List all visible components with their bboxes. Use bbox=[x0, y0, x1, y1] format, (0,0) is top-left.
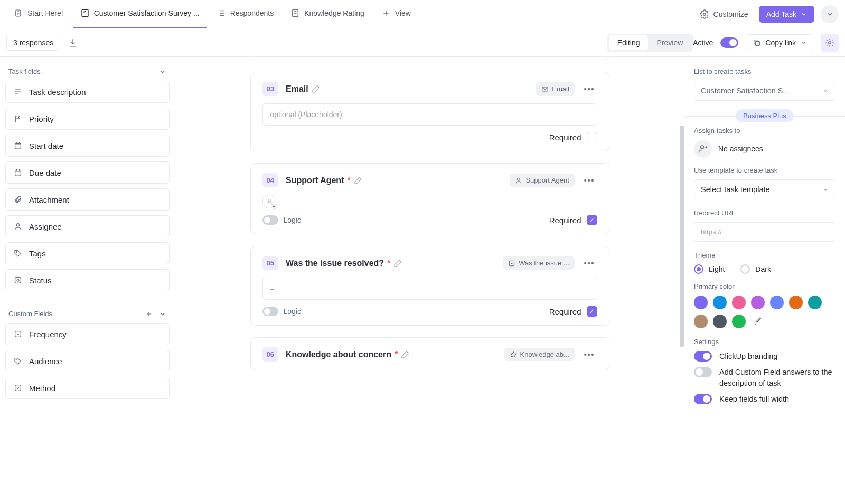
view-tabs: Start Here! Customer Satisfaction Survey… bbox=[6, 0, 682, 28]
color-swatch[interactable] bbox=[789, 296, 803, 309]
chip-label: Priority bbox=[29, 115, 54, 123]
template-select[interactable]: Select task template bbox=[694, 179, 835, 199]
question-number: 06 bbox=[262, 347, 278, 362]
required-checkbox[interactable]: ✓ bbox=[587, 215, 597, 225]
required-label: Required bbox=[549, 307, 581, 316]
logic-toggle[interactable] bbox=[262, 215, 278, 225]
placeholder-input[interactable]: optional (Placeholder) bbox=[262, 103, 597, 126]
left-panel: Task fields Task description Priority St… bbox=[0, 57, 175, 504]
tab-knowledge-rating[interactable]: Knowledge Rating bbox=[283, 0, 372, 28]
form-icon bbox=[80, 8, 90, 18]
field-attachment[interactable]: Attachment bbox=[5, 188, 170, 211]
color-swatch[interactable] bbox=[751, 296, 765, 309]
svg-point-12 bbox=[17, 279, 19, 281]
field-status[interactable]: Status bbox=[5, 269, 170, 291]
svg-rect-7 bbox=[15, 143, 21, 149]
color-picker-icon[interactable] bbox=[751, 315, 765, 328]
tab-customer-survey[interactable]: Customer Satisfaction Survey ... bbox=[73, 0, 207, 28]
branding-toggle[interactable] bbox=[694, 351, 712, 362]
theme-dark[interactable]: Dark bbox=[740, 264, 771, 274]
custom-audience[interactable]: Audience bbox=[5, 350, 170, 372]
question-card-issue-resolved[interactable]: 05 Was the issue resolved? * Was the iss… bbox=[250, 246, 609, 326]
add-cf-desc-label: Add Custom Field answers to the descript… bbox=[719, 367, 835, 388]
custom-fields-header[interactable]: Custom Fields bbox=[5, 307, 170, 323]
redirect-url-input[interactable] bbox=[694, 222, 835, 242]
chevron-down-icon[interactable] bbox=[159, 310, 166, 318]
mode-editing[interactable]: Editing bbox=[609, 35, 649, 50]
more-icon[interactable]: ••• bbox=[582, 174, 597, 187]
svg-rect-13 bbox=[15, 331, 21, 337]
customize-button[interactable]: Customize bbox=[696, 6, 753, 22]
field-assignee[interactable]: Assignee bbox=[5, 215, 170, 237]
field-due-date[interactable]: Due date bbox=[5, 161, 170, 184]
tab-label: Respondents bbox=[230, 9, 274, 17]
download-button[interactable] bbox=[64, 34, 81, 51]
custom-method[interactable]: Method bbox=[5, 377, 170, 399]
edit-icon[interactable] bbox=[312, 85, 320, 93]
scrollbar[interactable] bbox=[680, 126, 684, 347]
template-label: Use template to create task bbox=[694, 166, 835, 174]
question-card-knowledge[interactable]: 06 Knowledge about concern * Knowledge a… bbox=[250, 337, 609, 370]
tag-icon bbox=[13, 249, 23, 258]
color-swatch[interactable] bbox=[713, 296, 727, 309]
custom-fields-label: Custom Fields bbox=[8, 310, 52, 318]
edit-icon[interactable] bbox=[354, 176, 362, 185]
more-icon[interactable]: ••• bbox=[582, 83, 597, 96]
mode-preview[interactable]: Preview bbox=[648, 35, 691, 50]
field-tags[interactable]: Tags bbox=[5, 242, 170, 264]
more-icon[interactable]: ••• bbox=[582, 348, 597, 361]
required-checkbox[interactable]: ✓ bbox=[587, 306, 597, 317]
color-swatch[interactable] bbox=[732, 315, 746, 328]
option-placeholder[interactable]: – bbox=[262, 278, 597, 300]
top-right: Customize Add Task bbox=[696, 5, 839, 23]
color-swatch[interactable] bbox=[808, 296, 822, 309]
chip-label: Tags bbox=[29, 249, 46, 258]
color-swatch[interactable] bbox=[770, 296, 784, 309]
color-swatch[interactable] bbox=[713, 315, 727, 328]
logic-label: Logic bbox=[284, 216, 301, 224]
tab-respondents[interactable]: Respondents bbox=[209, 0, 281, 28]
logic-toggle[interactable] bbox=[262, 307, 278, 316]
color-swatch[interactable] bbox=[732, 296, 746, 309]
question-card-support-agent[interactable]: 04 Support Agent * Support Agent ••• + bbox=[250, 163, 609, 234]
plus-icon[interactable] bbox=[145, 310, 153, 318]
more-icon[interactable]: ••• bbox=[582, 257, 597, 270]
edit-icon[interactable] bbox=[393, 259, 402, 268]
add-view-button[interactable]: View bbox=[374, 0, 418, 28]
field-type-pill[interactable]: Support Agent bbox=[510, 174, 574, 187]
color-swatch[interactable] bbox=[694, 315, 708, 328]
color-swatch[interactable] bbox=[694, 296, 708, 309]
custom-frequency[interactable]: Frequency bbox=[5, 323, 170, 345]
task-fields-header[interactable]: Task fields bbox=[5, 64, 170, 81]
field-type-pill[interactable]: Was the issue ... bbox=[503, 256, 575, 270]
pill-label: Support Agent bbox=[525, 176, 569, 184]
add-assignee-icon[interactable] bbox=[694, 140, 712, 158]
form-settings-button[interactable] bbox=[821, 34, 839, 52]
add-cf-desc-toggle[interactable] bbox=[694, 367, 712, 377]
chevron-down-icon bbox=[159, 68, 166, 75]
field-type-pill[interactable]: Knowledge ab... bbox=[504, 348, 575, 361]
question-card-email[interactable]: 03 Email Email ••• optional (Placeholder… bbox=[250, 72, 609, 151]
edit-icon[interactable] bbox=[401, 350, 409, 359]
list-select[interactable]: Customer Satisfaction S... bbox=[694, 81, 835, 101]
field-task-description[interactable]: Task description bbox=[5, 81, 170, 103]
assignee-picker[interactable]: + bbox=[262, 195, 276, 208]
copy-link-button[interactable]: Copy link bbox=[746, 34, 813, 51]
theme-label: Theme bbox=[694, 251, 835, 259]
full-width-toggle[interactable] bbox=[694, 394, 712, 404]
assignees-row[interactable]: No assignees bbox=[694, 140, 835, 158]
add-task-button[interactable]: Add Task bbox=[759, 6, 814, 23]
form-builder-canvas[interactable]: Required 03 Email Email bbox=[175, 57, 684, 504]
field-type-pill[interactable]: Email bbox=[536, 82, 575, 96]
star-icon bbox=[510, 351, 517, 358]
field-priority[interactable]: Priority bbox=[5, 108, 170, 130]
required-checkbox[interactable] bbox=[587, 132, 597, 142]
overflow-button[interactable] bbox=[821, 5, 839, 23]
field-start-date[interactable]: Start date bbox=[5, 135, 170, 157]
active-toggle[interactable] bbox=[720, 37, 738, 48]
required-label: Required bbox=[549, 133, 581, 142]
tab-start-here[interactable]: Start Here! bbox=[6, 0, 71, 28]
radio-icon bbox=[740, 264, 750, 274]
responses-count[interactable]: 3 responses bbox=[6, 35, 60, 51]
theme-light[interactable]: Light bbox=[694, 264, 725, 274]
